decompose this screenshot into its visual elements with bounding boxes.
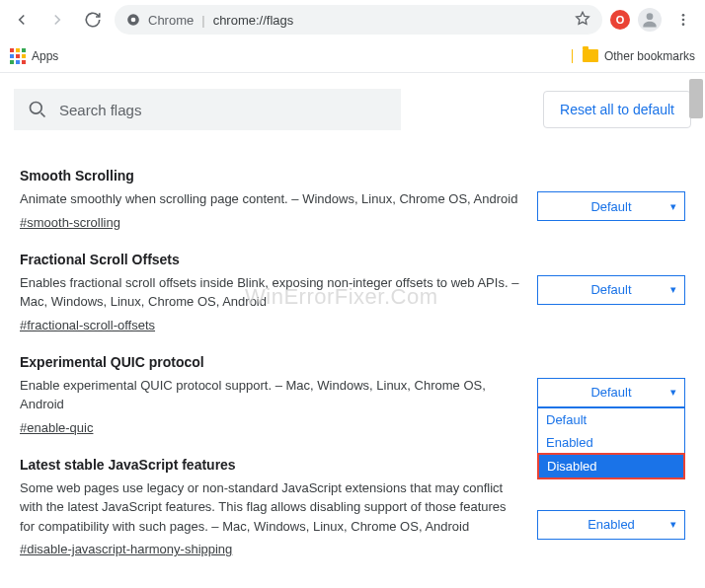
flag-select[interactable]: Default — [537, 275, 685, 305]
search-placeholder: Search flags — [59, 102, 141, 118]
flag-title: Smooth Scrolling — [20, 168, 519, 184]
flag-hash-link[interactable]: #fractional-scroll-offsets — [20, 318, 519, 332]
flag-select[interactable]: Default — [537, 378, 685, 407]
chrome-icon — [126, 13, 140, 27]
svg-point-2 — [647, 13, 654, 20]
flag-select[interactable]: Enabled — [537, 510, 685, 540]
other-bookmarks-button[interactable]: Other bookmarks — [572, 49, 695, 63]
omnibox-prefix: Chrome — [148, 13, 194, 28]
bookmarks-bar: Apps Other bookmarks — [0, 39, 705, 73]
flag-hash-link[interactable]: #smooth-scrolling — [20, 215, 519, 230]
bookmark-star-icon[interactable] — [575, 11, 590, 30]
flag-description: Enables fractional scroll offsets inside… — [20, 273, 519, 312]
reload-button[interactable] — [79, 6, 107, 34]
apps-label[interactable]: Apps — [32, 49, 58, 63]
search-icon — [28, 100, 47, 119]
profile-avatar[interactable] — [638, 8, 662, 32]
browser-toolbar: Chrome | chrome://flags O — [0, 0, 705, 39]
flag-title: Experimental QUIC protocol — [20, 354, 519, 370]
scrollbar-thumb[interactable] — [689, 79, 703, 118]
menu-button[interactable] — [669, 6, 697, 34]
flag-title: Fractional Scroll Offsets — [20, 252, 519, 267]
flag-hash-link[interactable]: #disable-javascript-harmony-shipping — [20, 542, 519, 556]
folder-icon — [583, 49, 598, 62]
flag-title: Latest stable JavaScript features — [20, 457, 519, 473]
svg-point-5 — [682, 23, 685, 26]
address-bar[interactable]: Chrome | chrome://flags — [115, 5, 602, 35]
dropdown-option-disabled[interactable]: Disabled — [537, 453, 685, 479]
flag-item: Experimental QUIC protocol Enable experi… — [20, 332, 685, 435]
flag-item: Smooth Scrolling Animate smoothly when s… — [20, 146, 685, 230]
flags-header: Search flags Reset all to default — [0, 73, 705, 146]
forward-button[interactable] — [43, 6, 71, 34]
reset-all-button[interactable]: Reset all to default — [543, 91, 691, 128]
svg-point-6 — [31, 103, 42, 114]
back-button[interactable] — [8, 6, 36, 34]
svg-point-4 — [682, 19, 685, 22]
flag-description: Animate smoothly when scrolling page con… — [20, 189, 519, 209]
dropdown-option-enabled[interactable]: Enabled — [538, 431, 684, 454]
extension-badge[interactable]: O — [610, 10, 630, 30]
flags-list: Smooth Scrolling Animate smoothly when s… — [0, 146, 705, 556]
svg-point-1 — [131, 18, 136, 23]
svg-point-3 — [682, 14, 685, 17]
flag-select[interactable]: Default — [537, 191, 685, 221]
omnibox-separator: | — [201, 13, 204, 28]
other-bookmarks-label: Other bookmarks — [604, 49, 695, 63]
apps-icon[interactable] — [10, 48, 26, 64]
flag-description: Some web pages use legacy or non-standar… — [20, 478, 519, 537]
dropdown-option-default[interactable]: Default — [538, 408, 684, 431]
flag-select-dropdown: Default Enabled Disabled — [537, 407, 685, 479]
flag-description: Enable experimental QUIC protocol suppor… — [20, 376, 519, 414]
flag-hash-link[interactable]: #enable-quic — [20, 420, 519, 435]
omnibox-url: chrome://flags — [213, 13, 294, 28]
flag-item: Fractional Scroll Offsets Enables fracti… — [20, 230, 685, 332]
search-flags-input[interactable]: Search flags — [14, 89, 401, 130]
